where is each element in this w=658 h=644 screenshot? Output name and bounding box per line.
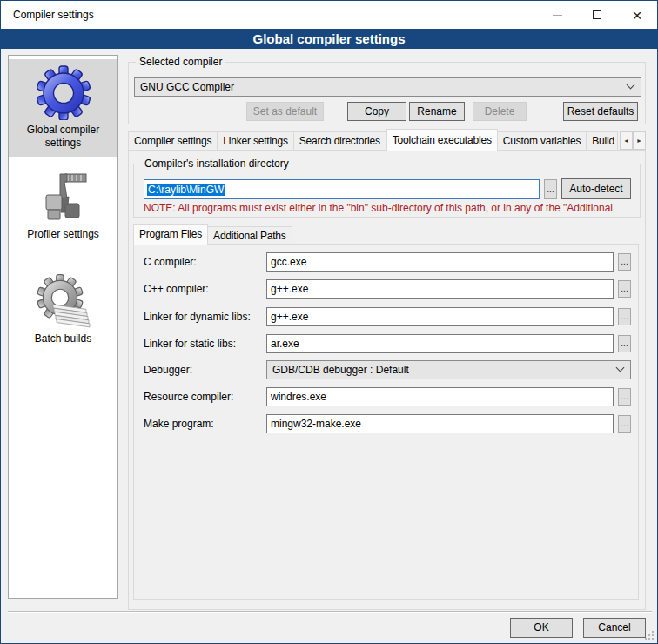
c-compiler-browse-button[interactable]: ... [618,253,631,271]
copy-button[interactable]: Copy [347,102,406,121]
tab-custom-variables[interactable]: Custom variables [498,131,588,151]
program-files-panel: C compiler: ... C++ compiler: ... Linker… [133,244,639,600]
tab-program-files[interactable]: Program Files [133,224,208,245]
caliper-icon [36,169,91,225]
selected-compiler-legend: Selected compiler [136,56,225,68]
sidebar-item-label: Batch builds [10,332,116,345]
installation-directory-value: C:\raylib\MinGW [147,184,225,196]
sidebar-item-label: Profiler settings [10,228,116,241]
linker-dynamic-browse-button[interactable]: ... [618,308,631,325]
auto-detect-button[interactable]: Auto-detect [561,178,631,199]
chevron-down-icon [627,81,635,90]
sidebar-item-label: Global compiler settings [10,124,116,150]
close-button[interactable]: × [617,1,657,29]
resource-compiler-label: Resource compiler: [144,391,233,403]
ok-button[interactable]: OK [510,618,573,638]
compiler-select-value: GNU GCC Compiler [140,81,234,93]
tab-toolchain-executables[interactable]: Toolchain executables [386,129,498,151]
cpp-compiler-label: C++ compiler: [144,283,209,295]
linker-static-label: Linker for static libs: [144,338,236,350]
installation-directory-group: Compiler's installation directory C:\ray… [133,164,641,218]
arrow-left-icon: ◄ [623,138,629,144]
debugger-select[interactable]: GDB/CDB debugger : Default [266,360,631,379]
title-bar[interactable]: Compiler settings × [1,1,657,29]
selected-compiler-group: Selected compiler GNU GCC Compiler Set a… [128,62,646,124]
minimize-icon [553,15,562,16]
tab-scroll-right-button[interactable]: ► [633,131,646,150]
make-program-browse-button[interactable]: ... [618,415,631,433]
installation-directory-input[interactable]: C:\raylib\MinGW [144,179,540,199]
footer-divider [8,611,652,613]
debugger-label: Debugger: [144,364,192,376]
arrow-right-icon: ► [636,138,642,144]
tab-scroll-left-button[interactable]: ◄ [620,131,633,150]
tab-scroll-buttons: ◄ ► [620,131,646,150]
installation-directory-browse-button[interactable]: ... [544,179,557,199]
linker-static-input[interactable] [266,334,614,353]
chevron-down-icon [616,364,625,372]
minimize-button[interactable] [537,1,577,29]
sidebar-item-global-compiler-settings[interactable]: Global compiler settings [9,59,118,157]
cpp-compiler-input[interactable] [266,279,614,299]
resize-grip[interactable] [645,631,654,640]
tab-compiler-settings[interactable]: Compiler settings [128,131,218,151]
c-compiler-input[interactable] [266,252,614,272]
sidebar-item-batch-builds[interactable]: Batch builds [9,268,118,366]
delete-button[interactable]: Delete [473,102,527,121]
cpp-compiler-browse-button[interactable]: ... [618,280,631,298]
blue-gear-icon [36,64,91,120]
set-as-default-button[interactable]: Set as default [246,102,324,121]
reset-defaults-button[interactable]: Reset defaults [563,102,638,121]
make-program-input[interactable] [266,414,614,433]
maximize-button[interactable] [577,1,617,29]
close-icon: × [632,7,641,23]
compiler-settings-dialog: Compiler settings × Global compiler sett… [0,0,658,644]
resource-compiler-input[interactable] [266,387,614,406]
window-controls: × [537,1,657,29]
tab-additional-paths[interactable]: Additional Paths [208,226,292,245]
rename-button[interactable]: Rename [409,102,465,121]
debugger-select-value: GDB/CDB debugger : Default [272,364,409,376]
sidebar-item-profiler-settings[interactable]: Profiler settings [9,164,118,261]
tab-build-options[interactable]: Build [587,131,618,151]
maximize-icon [593,10,601,19]
window-title: Compiler settings [13,9,94,21]
page-title: Global compiler settings [1,29,657,49]
linker-dynamic-input[interactable] [266,307,614,326]
make-program-label: Make program: [144,418,214,430]
cancel-button[interactable]: Cancel [583,618,646,638]
compiler-select[interactable]: GNU GCC Compiler [134,77,641,97]
tab-search-directories[interactable]: Search directories [294,131,386,151]
settings-sidebar: Global compiler settings Profiler settin… [8,55,118,599]
sub-tab-strip: Program Files Additional Paths [133,224,394,245]
resource-compiler-browse-button[interactable]: ... [618,388,631,406]
gray-gear-stack-icon [36,273,91,329]
main-tab-strip: Compiler settings Linker settings Search… [128,129,619,151]
linker-dynamic-label: Linker for dynamic libs: [144,311,251,323]
c-compiler-label: C compiler: [144,256,197,268]
installation-directory-legend: Compiler's installation directory [141,158,292,170]
note-text: NOTE: All programs must exist either in … [144,202,636,214]
tab-linker-settings[interactable]: Linker settings [218,131,293,151]
linker-static-browse-button[interactable]: ... [618,335,631,352]
